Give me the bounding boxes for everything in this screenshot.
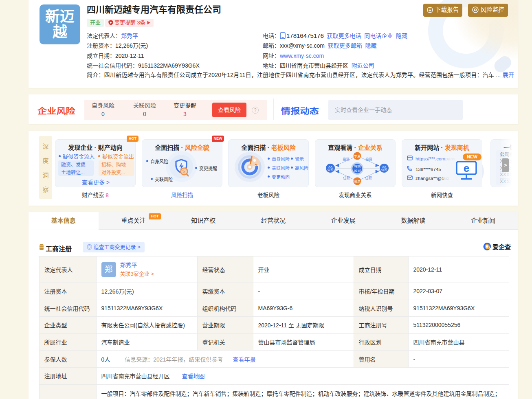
svg-text:公司: 公司 — [328, 168, 334, 172]
svg-text:公司: 公司 — [354, 169, 361, 173]
svg-text:李总: 李总 — [354, 154, 361, 158]
svg-text:当前: 当前 — [354, 164, 361, 169]
svg-text:投资: 投资 — [365, 157, 373, 161]
svg-text:公司: 公司 — [381, 168, 387, 172]
svg-text:投资: 投资 — [343, 157, 350, 161]
svg-text:任职: 任职 — [343, 176, 350, 180]
svg-text:任职: 任职 — [365, 176, 372, 180]
svg-text:张总: 张总 — [354, 180, 361, 184]
svg-text:e: e — [464, 162, 469, 174]
